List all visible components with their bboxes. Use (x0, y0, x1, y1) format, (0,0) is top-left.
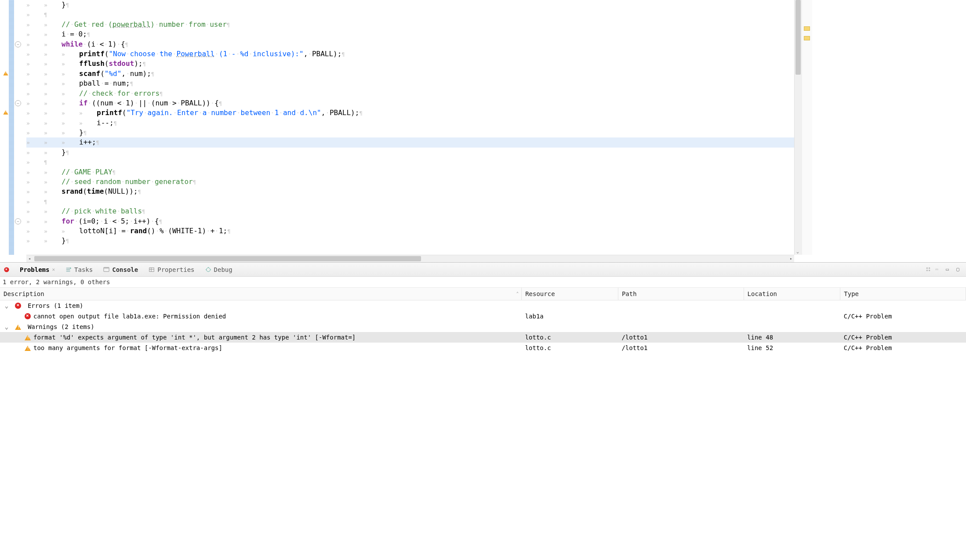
chevron-down-icon[interactable]: ⌄ (4, 323, 10, 330)
svg-point-14 (929, 267, 930, 269)
minimize-icon[interactable]: ▭ (946, 266, 954, 273)
col-path[interactable]: Path (618, 288, 744, 300)
code-line[interactable]: »»»lottoN[i]·=·rand()·%·(WHITE-1)·+·1;¶ (26, 226, 794, 236)
vscroll-arrow-down-icon[interactable]: ⌄ (796, 249, 799, 254)
problem-description: too many arguments for format [-Wformat-… (33, 344, 222, 351)
group-warnings[interactable]: ⌄ Warnings (2 items) (0, 322, 966, 332)
problem-resource: lotto.c (522, 343, 618, 353)
code-line[interactable]: »»»//·check·for·errors¶ (26, 89, 794, 98)
code-line[interactable]: »»}¶ (26, 236, 794, 246)
overview-ruler[interactable] (802, 0, 812, 255)
tab-console[interactable]: Console (98, 265, 143, 275)
svg-point-9 (206, 267, 210, 271)
svg-point-13 (926, 267, 928, 269)
right-empty-pane (812, 0, 966, 255)
problems-summary: 1 error, 2 warnings, 0 others (0, 277, 966, 288)
code-line[interactable]: »»»printf("Now·choose·the·Powerball·(1·-… (26, 49, 794, 59)
error-icon (15, 303, 21, 309)
code-line[interactable]: »»»»printf("Try·again.·Enter·a·number·be… (26, 108, 794, 118)
problem-type: C/C++ Problem (840, 343, 966, 353)
code-line[interactable]: »¶ (26, 197, 794, 206)
problems-table: Description⌃ Resource Path Location Type… (0, 288, 966, 379)
tab-debug[interactable]: Debug (200, 265, 237, 275)
table-header-row: Description⌃ Resource Path Location Type (0, 288, 966, 300)
code-line[interactable]: »¶ (26, 10, 794, 19)
close-icon[interactable]: ✕ (52, 267, 55, 272)
error-icon (25, 313, 31, 319)
tab-debug-label: Debug (214, 266, 232, 273)
svg-point-3 (70, 267, 71, 269)
vertical-scrollbar[interactable]: ⌄ (794, 0, 802, 255)
svg-rect-1 (66, 269, 70, 270)
hscroll-arrow-left-icon[interactable]: ◂ (28, 256, 31, 261)
bottom-panel: Problems ✕ Tasks Console Properties De (0, 262, 966, 379)
hscroll-arrow-right-icon[interactable]: ▸ (790, 256, 792, 261)
tab-properties[interactable]: Properties (144, 265, 199, 275)
group-errors[interactable]: ⌄ Errors (1 item) (0, 300, 966, 311)
problem-resource: lotto.c (522, 332, 618, 343)
problem-description: cannot open output file lab1a.exe: Permi… (33, 313, 226, 320)
problem-type: C/C++ Problem (840, 311, 966, 322)
fold-toggle-icon[interactable]: − (15, 218, 21, 224)
tab-problems-label: Problems (20, 266, 49, 273)
code-line[interactable]: »»»}¶ (26, 128, 794, 137)
code-line[interactable]: »»srand(time(NULL));¶ (26, 187, 794, 196)
code-line[interactable]: »»»»i--;¶ (26, 118, 794, 128)
code-line[interactable]: »»//·pick·white·balls¶ (26, 206, 794, 216)
fold-toggle-icon[interactable]: − (15, 41, 21, 47)
vscroll-thumb[interactable] (795, 0, 801, 75)
table-row[interactable]: cannot open output file lab1a.exe: Permi… (0, 311, 966, 322)
code-line[interactable]: »»}¶ (26, 0, 794, 10)
chevron-down-icon[interactable]: ⌄ (4, 302, 10, 309)
col-type[interactable]: Type (840, 288, 966, 300)
tab-bar: Problems ✕ Tasks Console Properties De (0, 263, 966, 277)
code-editor: −−− »»}¶»¶»»//·Get·red·(powerball)·numbe… (0, 0, 966, 255)
code-line[interactable]: »»»pball·=·num;¶ (26, 79, 794, 88)
tab-properties-label: Properties (157, 266, 194, 273)
tab-tasks-label: Tasks (74, 266, 93, 273)
overview-warning-marker[interactable] (804, 26, 810, 31)
code-line[interactable]: »»while·(i·<·1)·{¶ (26, 40, 794, 49)
hscroll-thumb[interactable] (34, 256, 421, 261)
maximize-icon[interactable]: ▢ (956, 266, 964, 273)
code-line[interactable]: »»//·GAME·PLAY¶ (26, 167, 794, 177)
view-menu-icon[interactable] (925, 266, 933, 273)
properties-icon (149, 267, 155, 273)
code-line[interactable]: »»»i++;¶ (26, 137, 794, 147)
tasks-icon (65, 267, 72, 273)
code-pane[interactable]: »»}¶»¶»»//·Get·red·(powerball)·number·fr… (26, 0, 794, 255)
svg-rect-0 (66, 267, 70, 268)
problem-location (744, 311, 840, 322)
svg-rect-2 (66, 271, 70, 271)
fold-gutter: −−− (9, 0, 26, 255)
col-description[interactable]: Description⌃ (0, 288, 522, 300)
table-row[interactable]: format '%d' expects argument of type 'in… (0, 332, 966, 343)
tab-problems[interactable]: Problems ✕ (15, 265, 60, 275)
code-line[interactable]: »»i·=·0;¶ (26, 29, 794, 39)
tab-tasks[interactable]: Tasks (61, 265, 98, 275)
change-indicator-strip (9, 0, 14, 255)
problem-location: line 52 (744, 343, 840, 353)
code-line[interactable]: »»»fflush(stdout);¶ (26, 59, 794, 69)
problem-resource: lab1a (522, 311, 618, 322)
code-line[interactable]: »»for·(i=0;·i·<·5;·i++)·{¶ (26, 217, 794, 226)
col-location[interactable]: Location (744, 288, 840, 300)
col-resource[interactable]: Resource (522, 288, 618, 300)
warning-icon (25, 346, 31, 351)
overview-warning-marker[interactable] (804, 36, 810, 40)
link-editor-icon[interactable]: ⎓ (935, 266, 943, 273)
code-line[interactable]: »»//·Get·red·(powerball)·number·from·use… (26, 20, 794, 29)
code-line[interactable]: »»»if·((num·<·1)·||·(num·>·PBALL))·{¶ (26, 98, 794, 108)
horizontal-scrollbar[interactable]: ◂ ▸ (26, 255, 794, 262)
warning-icon[interactable] (3, 111, 8, 115)
warning-icon[interactable] (3, 71, 8, 76)
code-line[interactable]: »»»scanf("%d",·num);¶ (26, 69, 794, 79)
table-row[interactable]: too many arguments for format [-Wformat-… (0, 343, 966, 353)
code-line[interactable]: »»//·seed·random·number·generator¶ (26, 177, 794, 187)
tab-console-label: Console (112, 266, 138, 273)
code-line[interactable]: »»}¶ (26, 148, 794, 157)
sort-indicator-icon: ⌃ (516, 291, 519, 296)
svg-rect-6 (149, 267, 154, 271)
fold-toggle-icon[interactable]: − (15, 100, 21, 106)
code-line[interactable]: »¶ (26, 157, 794, 167)
